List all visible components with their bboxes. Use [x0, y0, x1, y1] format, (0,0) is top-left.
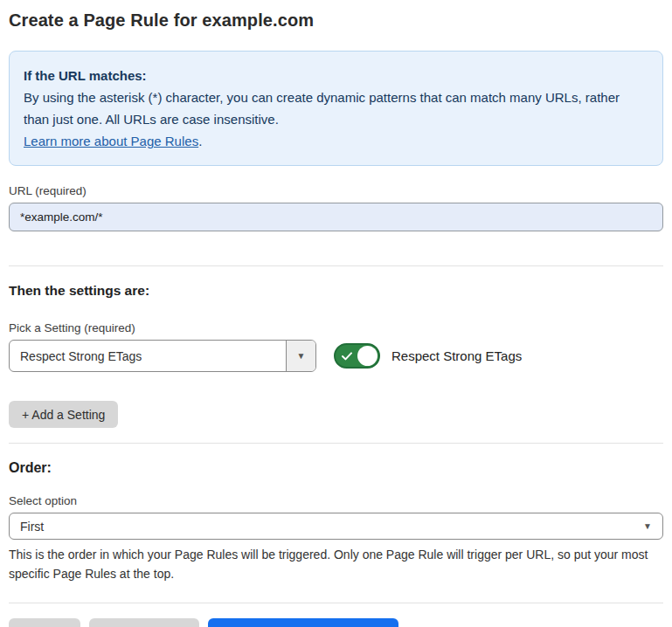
chevron-down-icon: ▼: [297, 351, 306, 361]
page-rule-form: Create a Page Rule for example.com If th…: [0, 0, 672, 627]
order-dropdown[interactable]: First ▼: [9, 513, 663, 540]
pick-setting-label: Pick a Setting (required): [9, 321, 663, 334]
link-suffix: .: [198, 134, 202, 148]
check-icon: [342, 352, 352, 361]
info-box-link-line: Learn more about Page Rules.: [24, 130, 648, 152]
learn-more-link[interactable]: Learn more about Page Rules: [24, 134, 198, 148]
divider: [9, 443, 663, 444]
divider: [9, 265, 663, 266]
save-and-deploy-button[interactable]: Save and Deploy Page Rule: [208, 618, 398, 627]
info-box-body: By using the asterisk (*) character, you…: [24, 86, 648, 130]
divider: [9, 603, 663, 603]
cancel-button[interactable]: Cancel: [9, 618, 80, 627]
order-dropdown-value: First: [20, 520, 44, 534]
url-input[interactable]: [9, 203, 663, 231]
info-box-heading: If the URL matches:: [24, 65, 648, 86]
url-match-info-box: If the URL matches: By using the asteris…: [9, 51, 663, 166]
setting-row: Respect Strong ETags ▼ Respect Strong ET…: [9, 340, 663, 372]
save-as-draft-button[interactable]: Save as Draft: [89, 618, 200, 627]
setting-dropdown[interactable]: Respect Strong ETags ▼: [9, 340, 316, 372]
chevron-down-icon: ▼: [643, 521, 652, 531]
order-help-text: This is the order in which your Page Rul…: [9, 545, 660, 583]
url-field-label: URL (required): [9, 184, 663, 197]
settings-section-heading: Then the settings are:: [9, 283, 663, 299]
setting-dropdown-arrow-box[interactable]: ▼: [286, 341, 315, 371]
toggle-label: Respect Strong ETags: [391, 348, 522, 363]
setting-dropdown-value: Respect Strong ETags: [10, 341, 286, 371]
setting-toggle[interactable]: [334, 343, 380, 369]
page-title: Create a Page Rule for example.com: [9, 10, 663, 31]
order-section-heading: Order:: [9, 460, 663, 476]
toggle-knob: [357, 346, 378, 366]
add-setting-button[interactable]: + Add a Setting: [9, 401, 118, 428]
footer-actions: Cancel Save as Draft Save and Deploy Pag…: [9, 618, 663, 627]
order-select-label: Select option: [9, 494, 663, 507]
